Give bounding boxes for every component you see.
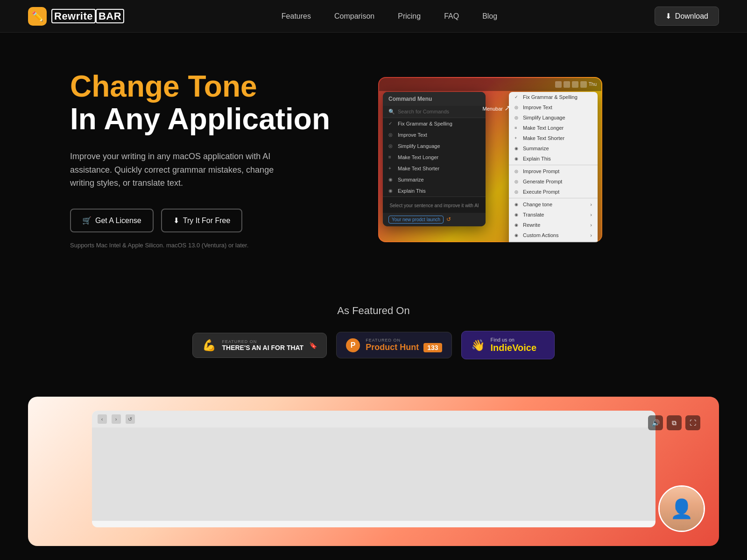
logo-icon: ✏️ (28, 7, 47, 26)
command-search-bar[interactable]: 🔍 Search for Commands (383, 106, 486, 118)
mb-icon-4 (580, 81, 587, 88)
muscle-icon: 💪 (202, 339, 216, 352)
ph-icon: P (346, 338, 360, 352)
navbar: ✏️ RewriteBAR Features Comparison Pricin… (0, 0, 747, 33)
wave-icon: 👋 (471, 339, 485, 352)
mb-icon-1 (555, 81, 562, 88)
nav-faq[interactable]: FAQ (444, 12, 459, 20)
download-button[interactable]: ⬇ Download (655, 7, 719, 26)
presenter-avatar: 👤 (658, 485, 705, 532)
cmd-longer[interactable]: ≡ Make Text Longer (383, 152, 486, 163)
mb-simplify[interactable]: ◎Simplify Language (509, 112, 598, 123)
mb-summarize[interactable]: ◉Summarize (509, 143, 598, 154)
video-fullscreen-btn[interactable]: ⛶ (685, 415, 700, 430)
cmd-improve-text[interactable]: ◎ Improve Text (383, 129, 486, 140)
video-overlay-controls: 🔊 ⧉ ⛶ (648, 415, 700, 430)
cmd-explain[interactable]: ◉ Explain This (383, 185, 486, 196)
nav-links: Features Comparison Pricing FAQ Blog (282, 12, 497, 21)
command-menu-title: Command Menu (383, 92, 486, 106)
hero-description: Improve your writing in any macOS applic… (70, 150, 285, 190)
nav-features[interactable]: Features (282, 12, 311, 20)
mb-translate[interactable]: ◉Translate (509, 210, 598, 220)
cmd-select-hint: Select your sentence and improve it with… (383, 196, 486, 213)
mb-execute-prompt[interactable]: ◎Execute Prompt (509, 187, 598, 197)
mb-sep-3 (509, 241, 598, 242)
logo-bar-badge: BAR (96, 9, 124, 23)
mb-sep-1 (509, 165, 598, 165)
nav-pricing[interactable]: Pricing (398, 12, 421, 20)
mb-improve-prompt[interactable]: ◎Improve Prompt (509, 166, 598, 176)
menubar-strip: Thu (379, 78, 601, 91)
try-free-button[interactable]: ⬇ Try It For Free (161, 209, 243, 232)
cmd-send-icon: ↺ (446, 216, 451, 223)
nav-comparison[interactable]: Comparison (334, 12, 374, 20)
license-icon: 🛒 (82, 216, 92, 225)
mb-icon-2 (564, 81, 570, 88)
video-forward-btn[interactable]: › (112, 414, 121, 424)
mb-change-tone[interactable]: ◉Change tone (509, 199, 598, 210)
nav-blog[interactable]: Blog (482, 12, 497, 20)
mb-explain[interactable]: ◉Explain This (509, 154, 598, 164)
cmd-simplify[interactable]: ◎ Simplify Language (383, 140, 486, 152)
logo-text: RewriteBAR (51, 10, 124, 22)
mb-fix-grammar[interactable]: ✓Fix Grammar & Spelling (509, 92, 598, 102)
mb-longer[interactable]: ≡Make Text Longer (509, 123, 598, 133)
mb-improve-text[interactable]: ◎Improve Text (509, 102, 598, 112)
mb-icon-3 (572, 81, 578, 88)
cmd-shorter[interactable]: + Make Text Shorter (383, 163, 486, 174)
video-refresh-btn[interactable]: ↺ (126, 414, 135, 424)
download-icon: ⬇ (665, 12, 671, 21)
featured-badges: 💪 FEATURED ON THERE'S AN AI FOR THAT 🔖 P… (0, 331, 747, 359)
cmd-input-area[interactable]: Your new prodct launch ↺ (383, 213, 486, 226)
app-screenshot: Thu Command Menu 🔍 Search for Commands ✓… (378, 77, 602, 242)
featured-section: As Featured On 💪 FEATURED ON THERE'S AN … (0, 277, 747, 378)
get-license-button[interactable]: 🛒 Get A License (70, 209, 154, 232)
bookmark-icon: 🔖 (309, 342, 317, 349)
search-placeholder: Search for Commands (398, 109, 449, 114)
video-back-btn[interactable]: ‹ (98, 414, 107, 424)
video-controls: ‹ › ↺ (92, 411, 655, 427)
mb-rewrite[interactable]: ◉Rewrite (509, 220, 598, 230)
video-volume-btn[interactable]: 🔊 (648, 415, 663, 430)
badge-indie-voice[interactable]: 👋 Find us on IndieVoice (461, 331, 555, 359)
avatar-image: 👤 (660, 487, 704, 531)
hero-section: Change Tone In Any Application Improve y… (0, 33, 747, 277)
mb-generate-prompt[interactable]: ◎Generate Prompt (509, 176, 598, 187)
video-pip-btn[interactable]: ⧉ (667, 415, 682, 430)
command-menu-panel: Command Menu 🔍 Search for Commands ✓ Fix… (383, 92, 486, 226)
download-arrow-icon: ⬇ (173, 216, 179, 225)
mb-custom-actions[interactable]: ◉Custom Actions (509, 230, 598, 240)
mb-sep-2 (509, 198, 598, 198)
search-icon: 🔍 (388, 109, 395, 115)
hero-buttons: 🛒 Get A License ⬇ Try It For Free (70, 209, 341, 232)
cmd-fix-grammar[interactable]: ✓ Fix Grammar & Spelling (383, 118, 486, 129)
cmd-summarize[interactable]: ◉ Summarize (383, 174, 486, 185)
menubar-arrow-label: Menubar ↗ (483, 104, 510, 112)
featured-title: As Featured On (0, 305, 747, 317)
hero-mockup: Thu Command Menu 🔍 Search for Commands ✓… (378, 77, 612, 242)
hero-support-note: Supports Mac Intel & Apple Silicon. macO… (70, 242, 341, 249)
video-player[interactable]: ‹ › ↺ (92, 411, 655, 527)
hero-title: Change Tone In Any Application (70, 70, 341, 136)
badge-ai-for-that[interactable]: 💪 FEATURED ON THERE'S AN AI FOR THAT 🔖 (192, 333, 327, 358)
video-section: ‹ › ↺ 🔊 ⧉ ⛶ 👤 (28, 397, 719, 546)
video-content (92, 427, 655, 521)
logo[interactable]: ✏️ RewriteBAR (28, 7, 124, 26)
menubar-dropdown: ✓Fix Grammar & Spelling ◎Improve Text ◎S… (509, 92, 598, 242)
mb-shorter[interactable]: +Make Text Shorter (509, 133, 598, 143)
badge-product-hunt[interactable]: P FEATURED ON Product Hunt 133 (336, 332, 451, 358)
hero-content: Change Tone In Any Application Improve y… (70, 70, 341, 249)
